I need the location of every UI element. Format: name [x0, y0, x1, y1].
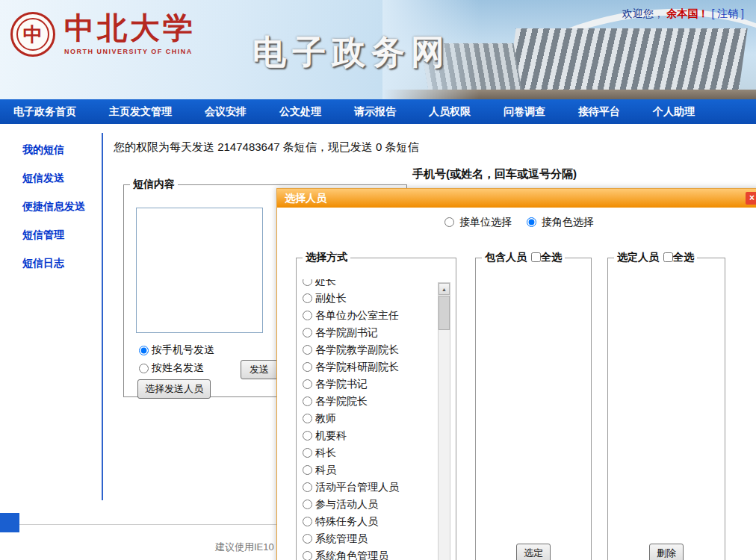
selected-legend: 选定人员全选 — [614, 251, 697, 264]
role-option[interactable]: 系统角色管理员 — [303, 547, 431, 560]
role-label: 系统管理员 — [315, 532, 368, 546]
sidebar-item[interactable]: 短信管理 — [22, 228, 102, 242]
role-option[interactable]: 各学院院长 — [303, 393, 431, 410]
role-radio[interactable] — [303, 500, 312, 509]
included-select-all-checkbox[interactable] — [531, 252, 541, 262]
role-list: 处长 副处长 各单位办公室主任 各学院副书记 — [303, 279, 431, 560]
scrollbar-thumb[interactable] — [439, 296, 450, 330]
role-list-scrollbar[interactable]: ▲ ▼ — [438, 282, 450, 560]
role-option[interactable]: 活动平台管理人员 — [303, 479, 431, 496]
role-radio[interactable] — [303, 414, 312, 423]
scroll-up-icon[interactable]: ▲ — [439, 283, 450, 295]
role-radio[interactable] — [303, 311, 312, 320]
by-role-option[interactable]: 接角色选择 — [527, 216, 594, 228]
nav-item[interactable]: 公文处理 — [279, 105, 321, 119]
role-radio[interactable] — [303, 517, 312, 526]
role-option[interactable]: 各学院教学副院长 — [303, 341, 431, 358]
user-name: 余本国！ — [667, 7, 709, 19]
role-radio[interactable] — [303, 534, 312, 544]
sidebar-divider — [102, 133, 103, 500]
by-unit-option[interactable]: 接单位选择 — [444, 216, 515, 228]
role-radio[interactable] — [303, 328, 312, 337]
role-option[interactable]: 各学院科研副院长 — [303, 358, 431, 376]
role-label: 处长 — [315, 279, 336, 288]
dialog-title: 选择人员 — [285, 192, 326, 204]
role-radio[interactable] — [303, 279, 312, 286]
included-legend: 包含人员全选 — [482, 251, 565, 264]
send-by-name-radio[interactable] — [139, 364, 149, 373]
role-radio[interactable] — [303, 448, 312, 458]
role-option[interactable]: 参与活动人员 — [303, 496, 431, 513]
send-by-phone-radio[interactable] — [139, 346, 149, 355]
site-title: 电子政务网 — [252, 30, 450, 75]
choose-recipients-button[interactable]: 选择发送人员 — [137, 379, 211, 399]
phone-hint-label: 手机号(或姓名，回车或逗号分隔) — [412, 167, 577, 181]
footer-text: 建议使用IE10 — [215, 541, 274, 554]
nav-item[interactable]: 电子政务首页 — [13, 105, 76, 119]
send-button[interactable]: 发送 — [241, 360, 278, 379]
role-radio[interactable] — [303, 465, 312, 475]
by-role-radio[interactable] — [527, 217, 536, 227]
main-nav: 电子政务首页 主页发文管理 会议安排 公文处理 请示报告 人员权限 问卷调查 接… — [0, 99, 756, 124]
sidebar-item[interactable]: 便捷信息发送 — [22, 200, 102, 214]
send-by-phone-option[interactable]: 按手机号发送 — [139, 343, 214, 357]
included-select-all-label: 全选 — [541, 251, 562, 263]
selection-mode-row: 接单位选择 接角色选择 — [277, 216, 756, 229]
nav-item[interactable]: 接待平台 — [578, 105, 620, 119]
building-body-shape — [506, 28, 747, 99]
role-option[interactable]: 科员 — [303, 461, 431, 479]
sidebar: 我的短信 短信发送 便捷信息发送 短信管理 短信日志 — [0, 124, 102, 270]
nav-item[interactable]: 个人助理 — [653, 105, 695, 119]
university-name-block: 中北大学 NORTH UNIVERSITY OF CHINA — [64, 13, 196, 55]
send-by-name-option[interactable]: 按姓名发送 — [139, 361, 204, 375]
role-radio[interactable] — [303, 345, 312, 355]
role-option[interactable]: 处长 — [303, 279, 431, 290]
role-label: 各学院科研副院长 — [315, 361, 399, 374]
nav-item[interactable]: 请示报告 — [354, 105, 396, 119]
footer-corner-block — [0, 513, 19, 532]
role-radio[interactable] — [303, 431, 312, 441]
role-option[interactable]: 副处长 — [303, 290, 431, 307]
role-option[interactable]: 教师 — [303, 410, 431, 427]
sidebar-item[interactable]: 我的短信 — [22, 143, 102, 157]
role-option[interactable]: 机要科 — [303, 427, 431, 444]
role-option[interactable]: 系统管理员 — [303, 530, 431, 547]
nav-item[interactable]: 会议安排 — [205, 105, 247, 119]
nav-item[interactable]: 人员权限 — [429, 105, 471, 119]
close-icon[interactable]: × — [746, 192, 756, 205]
confirm-select-button[interactable]: 选定 — [516, 544, 551, 560]
role-option[interactable]: 各单位办公室主任 — [303, 307, 431, 324]
selected-persons-fieldset: 选定人员全选 删除 — [607, 251, 725, 560]
sidebar-item[interactable]: 短信日志 — [22, 257, 102, 270]
role-option[interactable]: 特殊任务人员 — [303, 513, 431, 530]
sms-quota-text: 您的权限为每天发送 2147483647 条短信，现已发送 0 条短信 — [114, 140, 418, 155]
dialog-titlebar[interactable]: 选择人员 × — [277, 189, 756, 208]
role-option[interactable]: 各学院副书记 — [303, 324, 431, 341]
by-unit-radio[interactable] — [444, 217, 454, 227]
role-radio[interactable] — [303, 379, 312, 389]
sms-content-textarea[interactable] — [136, 208, 263, 333]
sms-content-legend: 短信内容 — [130, 178, 178, 191]
role-option[interactable]: 科长 — [303, 444, 431, 461]
university-name-cn: 中北大学 — [64, 13, 196, 43]
included-persons-fieldset: 包含人员全选 选定 — [475, 251, 592, 560]
sidebar-item[interactable]: 短信发送 — [22, 172, 102, 185]
logout-link[interactable]: [ 注销 ] — [711, 7, 744, 19]
role-option[interactable]: 各学院书记 — [303, 376, 431, 393]
role-label: 副处长 — [315, 292, 347, 305]
nav-item[interactable]: 问卷调查 — [504, 105, 545, 119]
role-label: 系统角色管理员 — [315, 550, 388, 560]
welcome-bar: 欢迎您， 余本国！ [ 注销 ] — [622, 7, 744, 21]
nav-item[interactable]: 主页发文管理 — [109, 105, 172, 119]
role-radio[interactable] — [303, 362, 312, 372]
role-label: 各学院院长 — [315, 395, 368, 408]
selected-select-all-label: 全选 — [673, 251, 694, 263]
delete-selected-button[interactable]: 删除 — [649, 544, 684, 560]
role-radio[interactable] — [303, 551, 312, 560]
role-radio[interactable] — [303, 482, 312, 492]
included-legend-text: 包含人员 — [485, 251, 527, 263]
role-radio[interactable] — [303, 293, 312, 303]
welcome-text: 欢迎您， — [622, 7, 664, 19]
selected-select-all-checkbox[interactable] — [663, 252, 673, 262]
role-radio[interactable] — [303, 396, 312, 406]
